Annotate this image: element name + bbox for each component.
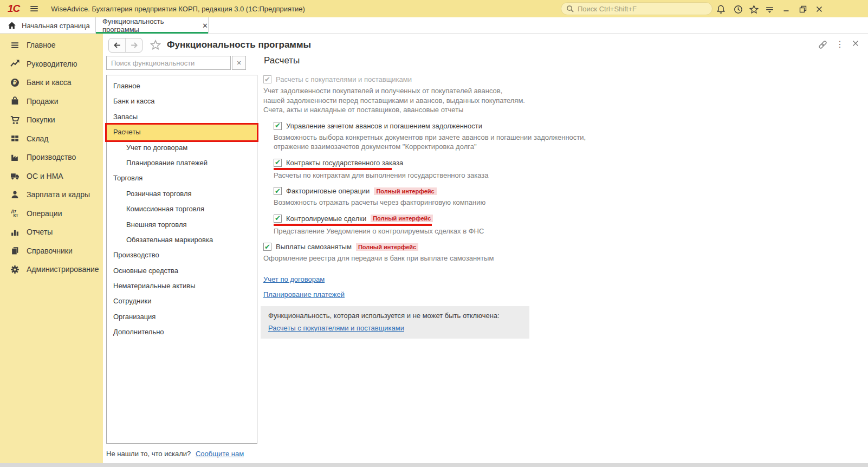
full-interface-badge: Полный интерфейс xyxy=(371,215,433,222)
sidebar-item-os-i-nma[interactable]: ОС и НМА xyxy=(0,167,103,186)
warehouse-grid-icon xyxy=(9,134,21,143)
history-nav-buttons xyxy=(108,38,142,53)
restore-icon[interactable] xyxy=(797,3,809,15)
nav-item-raschety-selected[interactable]: Расчеты xyxy=(107,125,257,140)
checkbox-row-upravlenie-zachetom[interactable]: ✔ Управление зачетом авансов и погашение… xyxy=(274,122,482,130)
sidebar-item-administrirovanie[interactable]: Администрирование xyxy=(0,260,103,279)
sidebar-item-sklad[interactable]: Склад xyxy=(0,129,103,148)
sidebar-item-operacii[interactable]: ДтКт Операции xyxy=(0,204,103,223)
sidebar-item-spravochniki[interactable]: Справочники xyxy=(0,242,103,261)
link-uchet-po-dogovoram[interactable]: Учет по договорам xyxy=(263,275,325,283)
checkbox-row-vyplaty-samozanyatym[interactable]: ✔ Выплаты самозанятым Полный интерфейс xyxy=(263,243,418,251)
nav-item-proizvodstvo[interactable]: Производство xyxy=(107,248,257,263)
person-icon xyxy=(9,190,21,199)
nav-item-roznichnaya-torgovlya[interactable]: Розничная торговля xyxy=(107,186,257,202)
nav-item-nematerialnye-aktivy[interactable]: Нематериальные активы xyxy=(107,278,257,294)
tab-bar: Начальная страница Функциональность прог… xyxy=(0,17,868,34)
nav-item-vneshnyaya-torgovlya[interactable]: Внешняя торговля xyxy=(107,217,257,232)
full-interface-badge: Полный интерфейс xyxy=(374,187,436,195)
functionality-nav-panel: Главное Банк и касса Запасы Расчеты Учет… xyxy=(106,75,257,444)
nav-item-uchet-po-dogovoram[interactable]: Учет по договорам xyxy=(107,140,257,155)
settings-panel: Расчеты ✔ Расчеты с покупателями и поста… xyxy=(260,55,639,339)
factory-icon xyxy=(9,153,21,162)
nav-item-zapasy[interactable]: Запасы xyxy=(107,109,257,125)
menu-icon xyxy=(9,41,21,50)
global-search-input[interactable]: Поиск Ctrl+Shift+F xyxy=(561,2,712,15)
nav-item-torgovlya[interactable]: Торговля xyxy=(107,171,257,186)
feature-description: нашей задолженности перед поставщиками и… xyxy=(263,96,639,106)
svg-text:₽: ₽ xyxy=(13,79,17,86)
ruble-icon: ₽ xyxy=(9,78,21,87)
nav-item-obyazatelnaya-markirovka[interactable]: Обязательная маркировка xyxy=(107,232,257,248)
checkbox-disabled-checked: ✔ xyxy=(263,75,271,83)
form-close-icon[interactable] xyxy=(851,39,860,48)
cart-icon xyxy=(9,115,21,125)
forward-button[interactable] xyxy=(125,38,142,52)
checkbox-row-kontrakty-goszakaza[interactable]: ✔ Контракты государственного заказа xyxy=(274,159,403,167)
search-clear-button[interactable]: ✕ xyxy=(232,56,246,70)
dt-kt-icon: ДтКт xyxy=(9,209,21,218)
nav-item-organizaciya[interactable]: Организация xyxy=(107,309,257,325)
section-title: Расчеты xyxy=(264,55,639,66)
sidebar-item-prodazhi[interactable]: Продажи xyxy=(0,92,103,111)
link-planirovanie-platezhej[interactable]: Планирование платежей xyxy=(263,290,345,299)
checkbox-row-faktoringovye-operacii[interactable]: ✔ Факторинговые операции Полный интерфей… xyxy=(274,187,437,195)
checkbox-row-kontroliruemye-sdelki[interactable]: ✔ Контролируемые сделки Полный интерфейс xyxy=(274,215,433,223)
close-icon[interactable] xyxy=(813,3,825,15)
checkbox-checked[interactable]: ✔ xyxy=(274,215,282,223)
related-links: Учет по договорам Планирование платежей xyxy=(263,275,639,299)
full-interface-badge: Полный интерфейс xyxy=(356,243,418,251)
favorites-star-icon[interactable] xyxy=(748,3,760,15)
checkbox-checked[interactable]: ✔ xyxy=(274,122,282,130)
checkbox-checked[interactable]: ✔ xyxy=(274,187,282,195)
sidebar-item-zarplata-i-kadry[interactable]: Зарплата и кадры xyxy=(0,185,103,204)
feature-description: Оформление реестра для передачи в банк п… xyxy=(263,254,639,263)
page-title: Функциональность программы xyxy=(167,40,311,50)
tab-functionality[interactable]: Функциональность программы ✕ xyxy=(95,17,209,34)
sidebar-item-bank-i-kassa[interactable]: ₽ Банк и касса xyxy=(0,73,103,92)
sidebar-item-proizvodstvo[interactable]: Производство xyxy=(0,148,103,167)
favorite-star-icon[interactable] xyxy=(150,39,161,51)
bell-icon[interactable] xyxy=(715,3,727,15)
feature-description: Возможность выбора конкретных документов… xyxy=(274,133,639,142)
sales-bag-icon xyxy=(9,96,21,106)
minimize-icon[interactable] xyxy=(780,3,792,15)
sidebar-item-otchety[interactable]: Отчеты xyxy=(0,223,103,242)
history-icon[interactable] xyxy=(732,3,744,15)
feature-description: Расчеты по контрактам для выполнения гос… xyxy=(274,171,639,180)
get-link-icon[interactable] xyxy=(817,39,828,50)
functionality-search-input[interactable] xyxy=(106,56,231,70)
service-menu-icon[interactable] xyxy=(763,3,775,15)
feature-description: Счета, акты и накладные от поставщиков, … xyxy=(263,105,639,115)
locked-functionality-text: Функциональность, которая используется и… xyxy=(268,312,522,320)
tab-home[interactable]: Начальная страница xyxy=(0,17,95,34)
home-icon xyxy=(8,21,16,30)
checkbox-checked[interactable]: ✔ xyxy=(263,243,271,251)
window-bottom-edge xyxy=(0,463,868,467)
feedback-question: Не нашли то, что искали? xyxy=(106,450,191,458)
nav-item-glavnoe[interactable]: Главное xyxy=(107,79,257,94)
books-icon xyxy=(9,246,21,255)
global-search-placeholder: Поиск Ctrl+Shift+F xyxy=(578,5,637,13)
feedback-link[interactable]: Сообщите нам xyxy=(196,450,244,458)
window-titlebar: 1С WiseAdvice. Бухгалтерия предприятия К… xyxy=(0,0,868,17)
checkbox-checked[interactable]: ✔ xyxy=(274,159,282,167)
tab-close-icon[interactable]: ✕ xyxy=(202,22,208,30)
tab-active-label: Функциональность программы xyxy=(102,17,198,34)
sidebar-item-glavnoe[interactable]: Главное xyxy=(0,36,103,55)
nav-item-dopolnitelno[interactable]: Дополнительно xyxy=(107,325,257,340)
nav-item-planirovanie-platezhej[interactable]: Планирование платежей xyxy=(107,155,257,171)
main-area: Функциональность программы ⋮ ✕ Главное Б… xyxy=(103,34,868,463)
more-menu-icon[interactable]: ⋮ xyxy=(835,39,844,49)
nav-item-sotrudniki[interactable]: Сотрудники xyxy=(107,294,257,309)
link-raschety-s-pokupatelyami[interactable]: Расчеты с покупателями и поставщиками xyxy=(268,324,404,332)
nav-item-bank-i-kassa[interactable]: Банк и касса xyxy=(107,94,257,109)
nav-item-osnovnye-sredstva[interactable]: Основные средства xyxy=(107,263,257,278)
back-button[interactable] xyxy=(109,38,125,52)
nav-item-komissionnaya-torgovlya[interactable]: Комиссионная торговля xyxy=(107,202,257,217)
sidebar-item-rukovoditelyu[interactable]: Руководителю xyxy=(0,55,103,74)
trend-icon xyxy=(9,59,21,68)
sidebar-item-pokupki[interactable]: Покупки xyxy=(0,111,103,129)
main-menu-icon[interactable] xyxy=(29,4,39,14)
feature-description: Возможность отражать расчеты через факто… xyxy=(274,198,639,207)
